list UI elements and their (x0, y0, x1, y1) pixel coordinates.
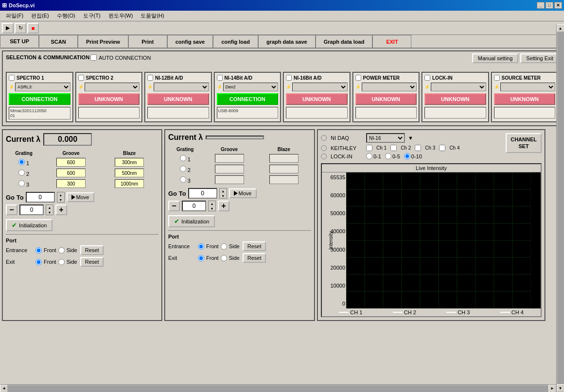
setting-exit-button[interactable]: Setting Exit (520, 53, 559, 63)
spectro1-step-spin-down[interactable]: ▼ (46, 210, 53, 215)
ni12bit-port-select[interactable] (154, 83, 209, 91)
spectro2-connection-button[interactable]: UNKNOWN (78, 93, 140, 105)
spectro1-exit-side[interactable] (58, 259, 65, 265)
channel-set-button[interactable]: CHANNELSET (506, 133, 542, 153)
spectro1-plus-button[interactable]: + (55, 205, 67, 215)
spectro2-exit-reset-button[interactable]: Reset (243, 253, 266, 263)
spectro1-goto-input[interactable] (26, 192, 55, 203)
tab-graph-data-load[interactable]: Graph data load (316, 35, 373, 48)
lockin-radio[interactable] (321, 153, 327, 159)
spectro1-exit-front[interactable] (35, 259, 42, 265)
tab-scan[interactable]: SCAN (39, 35, 78, 48)
tab-setup[interactable]: SET UP (0, 35, 39, 48)
spectro2-goto-spin-down[interactable]: ▼ (220, 193, 227, 198)
ni16bit-checkbox[interactable] (286, 75, 292, 81)
grating2-groove3[interactable] (215, 175, 244, 184)
tab-graph-data-save[interactable]: graph data save (258, 35, 316, 48)
grating1-blaze3[interactable] (115, 179, 144, 188)
ni14bit-connection-button[interactable]: CONNECTION (217, 93, 279, 105)
spectro2-checkbox[interactable] (78, 75, 84, 81)
grating1-groove2[interactable] (56, 169, 86, 177)
spectro2-port-select[interactable] (85, 83, 140, 91)
grating2-blaze3[interactable] (269, 175, 299, 184)
spectro2-step-spinner[interactable]: ▲ ▼ (208, 201, 216, 211)
sourcemeter-checkbox[interactable] (494, 75, 500, 81)
grating1-radio1[interactable] (18, 159, 25, 165)
h-scroll-track[interactable] (8, 385, 548, 392)
grating2-radio2[interactable] (180, 166, 186, 172)
spectro2-entrance-reset-button[interactable]: Reset (243, 241, 266, 251)
spectro1-goto-spinner[interactable]: ▲ ▼ (57, 192, 65, 203)
spectro1-port-select[interactable]: ASRL3: (15, 83, 70, 91)
run-button[interactable]: ▶ (2, 23, 14, 34)
spectro2-goto-input[interactable] (188, 188, 217, 199)
spectro2-step-spin-down[interactable]: ▼ (209, 206, 215, 211)
grating1-groove1[interactable] (56, 158, 86, 167)
grating2-blaze2[interactable] (269, 165, 299, 173)
maximize-button[interactable]: □ (546, 2, 553, 9)
menu-tools[interactable]: 도구(T) (79, 11, 105, 20)
menu-window[interactable]: 윈도우(W) (105, 11, 137, 20)
grating1-groove3[interactable] (56, 179, 86, 188)
spectro2-plus-button[interactable]: + (218, 201, 229, 211)
grating2-radio1[interactable] (180, 155, 186, 161)
ni14bit-checkbox[interactable] (217, 75, 223, 81)
spectro2-goto-spin-up[interactable]: ▲ (220, 188, 227, 193)
powermeter-connection-button[interactable]: UNKNOWN (355, 93, 417, 105)
tab-exit[interactable]: EXIT (372, 35, 411, 48)
manual-setting-button[interactable]: Manual setting (472, 53, 519, 63)
spectro2-goto-spinner[interactable]: ▲ ▼ (219, 188, 227, 199)
spectro1-minus-button[interactable]: − (6, 205, 18, 215)
grating2-groove2[interactable] (215, 165, 244, 173)
keithley-ch1-checkbox[interactable] (366, 145, 372, 151)
spectro1-exit-reset-button[interactable]: Reset (80, 257, 104, 267)
grating1-blaze1[interactable] (115, 158, 144, 167)
tab-config-load[interactable]: config load (213, 35, 258, 48)
spectro1-goto-spin-down[interactable]: ▼ (57, 197, 64, 202)
ni12bit-connection-button[interactable]: UNKNOWN (147, 93, 209, 105)
spectro2-move-button[interactable]: Move (229, 188, 257, 198)
scroll-track[interactable] (557, 32, 564, 384)
spectro2-minus-button[interactable]: − (168, 201, 180, 211)
tab-config-save[interactable]: config save (167, 35, 213, 48)
keithley-ch4-checkbox[interactable] (439, 145, 445, 151)
sourcemeter-port-select[interactable] (500, 83, 556, 91)
scroll-left-button[interactable]: ◄ (0, 385, 8, 392)
spectro1-entrance-reset-button[interactable]: Reset (80, 245, 104, 255)
lockin-port-select[interactable] (431, 83, 486, 91)
spectro2-initialization-button[interactable]: ✔ Initialization (168, 215, 215, 227)
spectro2-step-input[interactable] (182, 201, 206, 211)
powermeter-port-select[interactable] (362, 83, 417, 91)
menu-edit[interactable]: 편집(E) (27, 11, 53, 20)
spectro1-goto-spin-up[interactable]: ▲ (57, 192, 64, 197)
spectro1-entrance-side[interactable] (58, 247, 65, 254)
spectro1-move-button[interactable]: Move (67, 192, 94, 202)
scroll-up-button[interactable]: ▲ (557, 24, 564, 32)
grating1-radio3[interactable] (18, 180, 25, 187)
grating1-blaze2[interactable] (115, 169, 144, 177)
lockin-connection-button[interactable]: UNKNOWN (424, 93, 486, 105)
sourcemeter-connection-button[interactable]: UNKNOWN (494, 93, 556, 105)
stop-button[interactable]: ■ (27, 23, 39, 34)
keithley-radio[interactable] (321, 145, 327, 151)
spectro1-step-spinner[interactable]: ▲ ▼ (46, 205, 53, 215)
ni14bit-port-select[interactable]: Dev2 (223, 83, 279, 91)
tab-print-preview[interactable]: Print Preview (78, 35, 128, 48)
grating2-groove1[interactable] (215, 154, 244, 163)
powermeter-checkbox[interactable] (355, 75, 361, 81)
menu-run[interactable]: 수행(O) (53, 11, 79, 20)
grating1-radio2[interactable] (18, 170, 25, 176)
tab-print[interactable]: Print (128, 35, 167, 48)
main-scrollbar[interactable]: ▲ ▼ (556, 24, 564, 392)
spectro2-entrance-side[interactable] (221, 243, 227, 250)
close-button[interactable]: ✕ (554, 2, 562, 9)
spectro1-step-spin-up[interactable]: ▲ (46, 205, 53, 210)
ni12bit-checkbox[interactable] (147, 75, 153, 81)
run-continuous-button[interactable]: ↻ (15, 23, 26, 34)
spectro1-entrance-front[interactable] (35, 247, 42, 254)
bottom-scrollbar[interactable]: ◄ ► (0, 384, 556, 392)
minimize-button[interactable]: _ (537, 2, 545, 9)
spectro1-connection-button[interactable]: CONNECTION (9, 93, 70, 105)
spectro2-exit-side[interactable] (221, 255, 227, 261)
keithley-ch3-checkbox[interactable] (415, 145, 421, 151)
